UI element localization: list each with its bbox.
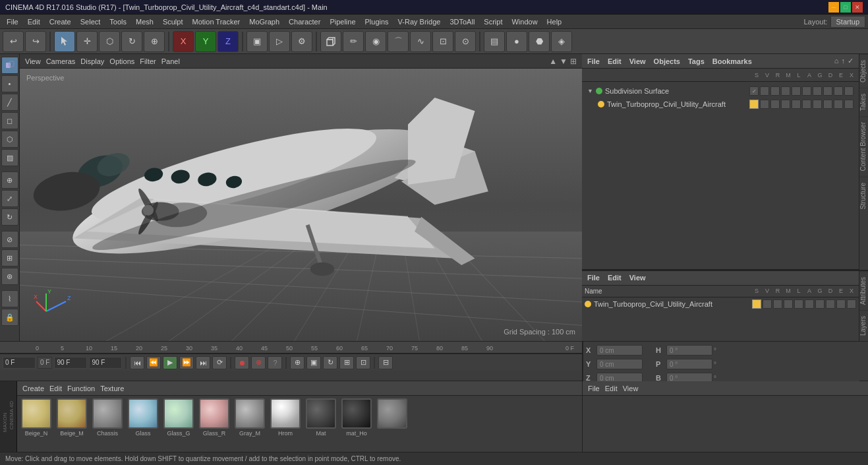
obj-e-check[interactable] — [834, 86, 843, 96]
light-button[interactable]: ⊙ — [455, 31, 476, 52]
obj-d-aircraft[interactable] — [823, 100, 832, 109]
tab-objects[interactable]: Objects — [859, 54, 868, 88]
viewport[interactable]: View Cameras Display Options Filter Pane… — [20, 54, 582, 341]
weld-button[interactable]: ⊞ — [1, 249, 18, 266]
frame-input-end[interactable] — [54, 357, 87, 369]
menu-3dtoall[interactable]: 3DToAll — [446, 16, 478, 27]
coord-y-pos[interactable]: 0 cm — [596, 359, 643, 369]
menu-plugins[interactable]: Plugins — [361, 16, 393, 27]
material-item-glass[interactable]: Glass — [127, 398, 159, 437]
material-item-mat[interactable]: Mat — [304, 398, 337, 437]
material-item-glass-g[interactable]: Glass_G — [162, 398, 195, 437]
knife-button[interactable]: ⌇ — [1, 290, 18, 307]
vp-menu-options[interactable]: Options — [109, 57, 134, 65]
material-item-beige-n[interactable]: Beige_N — [20, 398, 53, 437]
render-view-button[interactable]: ▣ — [246, 31, 268, 52]
cube-button[interactable] — [320, 31, 341, 52]
lower-view-menu[interactable]: View — [629, 274, 646, 282]
objects-panel-check-icon[interactable]: ✓ — [848, 57, 854, 65]
rotate-left-button[interactable]: ↻ — [1, 208, 18, 226]
objects-tags-menu[interactable]: Tags — [688, 57, 705, 65]
vp-icon-arrow-down[interactable]: ▼ — [560, 57, 567, 66]
tab-layers[interactable]: Layers — [859, 310, 868, 341]
select-tool-button[interactable] — [54, 31, 75, 52]
obj-s-check[interactable]: ✓ — [749, 86, 759, 96]
coord-p-rot[interactable]: 0 ° — [666, 359, 712, 369]
tab-content-browser[interactable]: Content Browser — [859, 116, 868, 176]
rotate-tool-button[interactable]: ↻ — [121, 31, 142, 52]
y-axis-button[interactable]: Y — [195, 31, 216, 52]
select-key-button[interactable]: ▣ — [306, 356, 321, 369]
obj-d-check[interactable] — [823, 86, 832, 96]
lower-r-box[interactable] — [773, 299, 782, 309]
objects-panel-arrow-icon[interactable]: ↑ — [842, 57, 846, 65]
lower-d-box[interactable] — [826, 299, 835, 309]
pen-tool-button[interactable]: ✏ — [343, 31, 364, 52]
scale-left-button[interactable]: ⤢ — [1, 190, 18, 207]
lower-x-box[interactable] — [847, 299, 856, 309]
maximize-button[interactable]: □ — [840, 2, 851, 13]
deformer-button[interactable]: ∿ — [410, 31, 431, 52]
spline-button[interactable]: ⌒ — [388, 31, 409, 52]
minimize-button[interactable]: ─ — [828, 2, 839, 13]
goto-start-button[interactable]: ⏮ — [130, 356, 144, 369]
snap-button[interactable]: ⊘ — [1, 231, 18, 248]
objects-edit-menu[interactable]: Edit — [608, 57, 622, 65]
model-mode-button[interactable] — [1, 57, 18, 74]
camera-button[interactable]: ⊡ — [432, 31, 453, 52]
material-item-beige-m[interactable]: Beige_M — [55, 398, 88, 437]
vp-menu-cameras[interactable]: Cameras — [46, 57, 76, 65]
menu-file[interactable]: File — [3, 16, 22, 27]
next-frame-button[interactable]: ⏩ — [179, 356, 194, 369]
menu-vray[interactable]: V-Ray Bridge — [394, 16, 445, 27]
coord-x-pos[interactable]: 0 cm — [596, 345, 643, 356]
menu-create[interactable]: Create — [45, 16, 75, 27]
material-button[interactable]: ● — [506, 31, 527, 52]
key-all-button[interactable]: ? — [268, 356, 282, 369]
undo-button[interactable]: ↩ — [3, 31, 24, 52]
obj-e-aircraft[interactable] — [834, 100, 843, 109]
z-axis-button[interactable]: Z — [217, 31, 239, 52]
mat-edit-menu[interactable]: Edit — [49, 385, 62, 392]
material-item-mat-ho[interactable]: mat_Ho — [340, 398, 373, 437]
lower-l-box[interactable] — [794, 299, 803, 309]
expand-timeline-button[interactable]: ⊟ — [378, 356, 393, 369]
obj-a-check[interactable] — [802, 86, 811, 96]
menu-mograph[interactable]: MoGraph — [245, 16, 283, 27]
loop-button[interactable]: ⟳ — [212, 356, 227, 369]
sweep-button[interactable]: ◉ — [365, 31, 386, 52]
tab-takes[interactable]: Takes — [859, 88, 868, 116]
render-button[interactable]: ▷ — [269, 31, 290, 52]
mat-texture-menu[interactable]: Texture — [100, 385, 124, 392]
objects-panel-house-icon[interactable]: ⌂ — [834, 57, 839, 65]
fps-input[interactable] — [89, 357, 122, 369]
attr-view[interactable]: View — [623, 385, 639, 392]
obj-l-check[interactable] — [792, 86, 801, 96]
obj-g-aircraft[interactable] — [813, 100, 822, 109]
menu-edit[interactable]: Edit — [24, 16, 44, 27]
objects-file-menu[interactable]: File — [587, 57, 600, 65]
auto-key-button[interactable]: ⊗ — [251, 356, 266, 369]
render-settings-button[interactable]: ⚙ — [291, 31, 312, 52]
lower-m-box[interactable] — [784, 299, 793, 309]
attr-file[interactable]: File — [588, 385, 600, 392]
move-tool-button[interactable]: ✛ — [76, 31, 98, 52]
tab-attributes[interactable]: Attributes — [859, 271, 868, 310]
menu-sculpt[interactable]: Sculpt — [159, 16, 187, 27]
layout-dropdown[interactable]: Startup — [830, 16, 865, 28]
menu-help[interactable]: Help — [543, 16, 566, 27]
material-item-hrom[interactable]: Hrom — [269, 398, 302, 437]
obj-a-aircraft[interactable] — [802, 100, 811, 109]
viewport-canvas[interactable]: Perspective Grid Spacing : 100 cm Z X Y — [20, 69, 582, 341]
vp-menu-filter[interactable]: Filter — [140, 57, 156, 65]
menu-motion-tracker[interactable]: Motion Tracker — [188, 16, 244, 27]
polygon-mode-button[interactable]: ◻ — [1, 112, 18, 129]
tab-structure[interactable]: Structure — [859, 177, 868, 215]
lower-file-menu[interactable]: File — [587, 274, 600, 282]
lower-v-box[interactable] — [763, 299, 772, 309]
goto-end-button[interactable]: ⏭ — [196, 356, 210, 369]
move-left-button[interactable]: ⊕ — [1, 171, 18, 189]
obj-l-aircraft[interactable] — [792, 100, 801, 109]
vp-menu-display[interactable]: Display — [80, 57, 104, 65]
lower-e-box[interactable] — [836, 299, 846, 309]
